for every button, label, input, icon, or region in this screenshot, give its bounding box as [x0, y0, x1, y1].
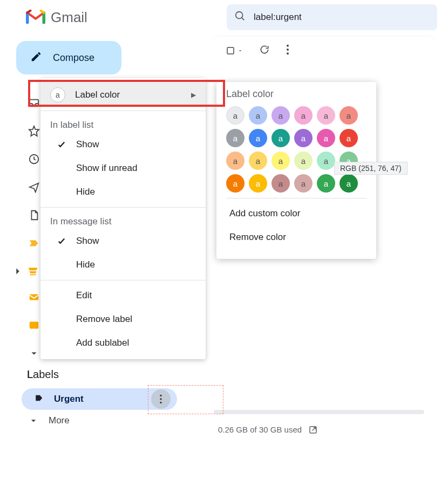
- open-external-icon: [308, 427, 318, 436]
- menu-separator: [40, 207, 206, 208]
- snoozed-icon[interactable]: [28, 153, 40, 167]
- svg-point-0: [236, 12, 243, 19]
- toolbar-more-button[interactable]: [286, 44, 289, 57]
- menu-separator: [226, 198, 366, 198]
- search-icon: [234, 10, 246, 24]
- chevron-down-icon[interactable]: [28, 347, 40, 361]
- compose-label: Compose: [53, 52, 94, 64]
- color-swatch[interactable]: a: [340, 174, 358, 193]
- color-swatch[interactable]: a: [226, 106, 245, 125]
- menu-item-label: Hide: [76, 259, 196, 270]
- app-name: Gmail: [51, 9, 87, 26]
- menu-item-hide[interactable]: Hide: [40, 180, 206, 204]
- storage-text: 0.26 GB of 30 GB used: [218, 425, 302, 434]
- pencil-icon: [30, 51, 42, 65]
- search-bar[interactable]: label:urgent: [227, 4, 437, 30]
- menu-item-edit[interactable]: Edit: [40, 284, 206, 307]
- search-query-text: label:urgent: [254, 12, 302, 23]
- label-name: Urgent: [54, 394, 84, 404]
- color-swatch[interactable]: a: [271, 174, 290, 193]
- color-swatch[interactable]: a: [249, 106, 267, 125]
- menu-group-in-label-list: In label list: [40, 114, 206, 133]
- menu-item-show[interactable]: Show: [40, 133, 206, 156]
- vertical-dots-icon: [159, 394, 162, 404]
- menu-item-label: Show: [76, 139, 196, 150]
- color-swatch[interactable]: a: [271, 106, 290, 125]
- svg-point-8: [160, 398, 162, 400]
- menu-separator: [40, 111, 206, 111]
- color-swatch[interactable]: a: [317, 174, 335, 193]
- svg-point-13: [287, 52, 289, 54]
- color-swatch[interactable]: a: [226, 152, 245, 170]
- menu-item-label: Edit: [76, 290, 196, 301]
- color-swatch[interactable]: a: [294, 174, 313, 193]
- color-swatch[interactable]: a: [271, 152, 290, 170]
- menu-item-label: Show: [76, 236, 196, 246]
- color-swatch[interactable]: a: [340, 129, 358, 147]
- label-item-urgent[interactable]: Urgent: [22, 388, 177, 410]
- svg-rect-4: [30, 275, 36, 276]
- select-all-checkbox[interactable]: [226, 46, 243, 56]
- color-swatch[interactable]: a: [294, 152, 313, 170]
- svg-point-9: [160, 402, 162, 404]
- menu-item-label: Hide: [76, 187, 196, 197]
- color-swatch[interactable]: a: [294, 129, 313, 147]
- nav-other-icon[interactable]: [28, 319, 40, 333]
- add-custom-color[interactable]: Add custom color: [226, 202, 366, 225]
- color-grid: aaaaaaaaaaaaaaaaaaaaaaaa: [226, 106, 366, 193]
- caret-right-icon: ▶: [191, 91, 196, 99]
- gmail-logo[interactable]: Gmail: [26, 9, 87, 26]
- check-icon: [56, 236, 67, 246]
- sent-icon[interactable]: [28, 181, 40, 195]
- nav-mail-icon[interactable]: [28, 291, 40, 305]
- inbox-icon[interactable]: [28, 97, 40, 111]
- color-swatch[interactable]: a: [249, 152, 267, 170]
- menu-item-label: Show if unread: [76, 163, 196, 174]
- sidebar-more[interactable]: More: [28, 415, 70, 426]
- app-header: Gmail label:urgent: [0, 0, 448, 41]
- more-label: More: [49, 415, 70, 426]
- star-icon[interactable]: [28, 125, 40, 139]
- color-swatch[interactable]: a: [226, 174, 245, 193]
- menu-item-label: Remove label: [76, 314, 196, 325]
- color-swatch[interactable]: a: [340, 106, 358, 125]
- check-icon: [56, 140, 67, 149]
- sidebar-nav: [28, 97, 40, 361]
- refresh-button[interactable]: [259, 44, 270, 57]
- color-swatch[interactable]: a: [317, 129, 335, 147]
- color-swatch[interactable]: a: [249, 174, 267, 193]
- menu-item-label: Label color: [75, 90, 191, 100]
- color-swatch[interactable]: a: [317, 152, 335, 170]
- color-swatch[interactable]: a: [271, 129, 290, 147]
- menu-item-add-sublabel[interactable]: Add sublabel: [40, 331, 206, 355]
- refresh-icon: [259, 44, 270, 55]
- svg-rect-10: [227, 47, 234, 54]
- horizontal-scrollbar[interactable]: [214, 410, 424, 414]
- menu-item-label-color[interactable]: a Label color ▶: [40, 83, 206, 107]
- labels-heading-text: Labels: [27, 368, 59, 381]
- vertical-dots-icon: [286, 44, 289, 55]
- chevron-down-icon: [28, 415, 39, 426]
- color-tooltip: RGB (251, 76, 47): [334, 162, 408, 175]
- menu-item-show-msg[interactable]: Show: [40, 229, 206, 253]
- label-more-button[interactable]: [151, 389, 171, 409]
- categories-expand[interactable]: [12, 265, 40, 277]
- menu-separator: [40, 280, 206, 280]
- svg-line-1: [242, 18, 245, 20]
- color-menu-title: Label color: [226, 88, 366, 100]
- storage-usage[interactable]: 0.26 GB of 30 GB used: [218, 425, 318, 436]
- color-swatch[interactable]: a: [226, 129, 245, 147]
- compose-button[interactable]: Compose: [16, 41, 121, 74]
- drafts-icon[interactable]: [28, 209, 40, 223]
- svg-rect-5: [30, 294, 39, 300]
- important-icon[interactable]: [28, 237, 40, 251]
- color-swatch[interactable]: a: [249, 129, 267, 147]
- menu-item-show-if-unread[interactable]: Show if unread: [40, 156, 206, 180]
- remove-color[interactable]: Remove color: [226, 225, 366, 249]
- menu-group-in-message-list: In message list: [40, 211, 206, 229]
- label-tag-icon: [35, 393, 44, 405]
- color-swatch[interactable]: a: [317, 106, 335, 125]
- menu-item-hide-msg[interactable]: Hide: [40, 253, 206, 277]
- menu-item-remove-label[interactable]: Remove label: [40, 307, 206, 331]
- color-swatch[interactable]: a: [294, 106, 313, 125]
